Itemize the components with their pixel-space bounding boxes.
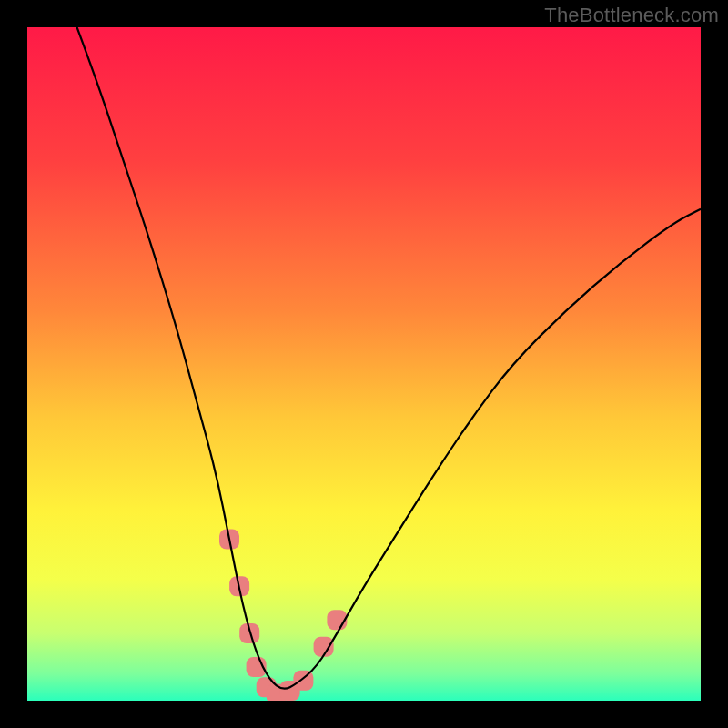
chart-background: [27, 27, 701, 701]
attribution-label: TheBottleneck.com: [544, 4, 719, 27]
bottleneck-chart: [27, 27, 701, 701]
chart-frame: [27, 27, 701, 701]
